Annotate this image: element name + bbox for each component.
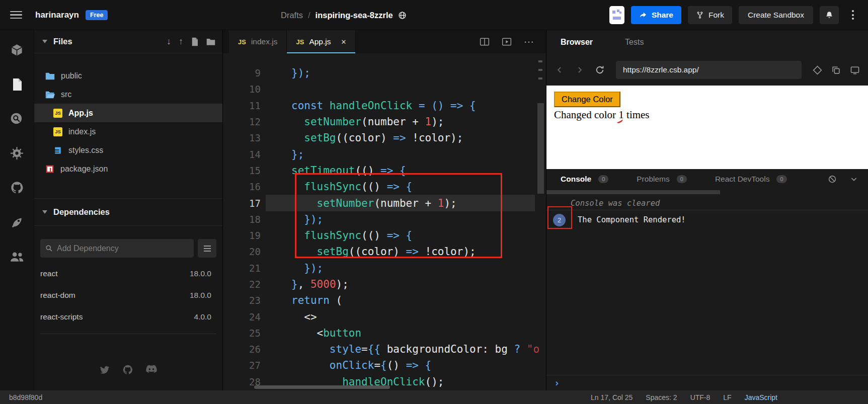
discord-icon[interactable] — [145, 364, 157, 375]
line-number[interactable]: 15 — [223, 165, 261, 176]
split-view-icon[interactable] — [480, 37, 490, 46]
file-tree-item[interactable]: JSApp.js — [34, 104, 222, 122]
file-tree-item[interactable]: src — [34, 85, 222, 104]
code-line[interactable]: 18 }); — [223, 211, 546, 227]
code-line[interactable]: 23return ( — [223, 292, 546, 308]
console-scrollbar[interactable] — [546, 190, 720, 194]
code-line[interactable]: 24 <> — [223, 308, 546, 325]
open-preview-icon[interactable] — [502, 37, 512, 46]
code-line[interactable]: 25 <button — [223, 325, 546, 341]
sandbox-cube-icon[interactable] — [10, 43, 24, 57]
status-item[interactable]: UTF-8 — [690, 393, 711, 401]
console-tab-problems[interactable]: Problems0 — [637, 175, 687, 184]
refresh-icon[interactable] — [592, 62, 608, 78]
github-icon[interactable] — [10, 181, 24, 195]
dependency-row[interactable]: react18.0.0 — [34, 263, 222, 284]
copy-url-icon[interactable] — [831, 65, 841, 75]
console-input-row[interactable]: › — [546, 375, 868, 390]
code-line[interactable]: 10 — [223, 81, 546, 97]
new-file-icon[interactable] — [191, 37, 199, 46]
import-download-icon[interactable]: ↓ — [167, 36, 171, 47]
username[interactable]: harinarayn — [35, 10, 79, 20]
line-number[interactable]: 11 — [223, 100, 261, 111]
save-icon[interactable] — [609, 6, 624, 24]
github-icon[interactable] — [122, 364, 133, 375]
url-input[interactable] — [623, 65, 795, 74]
deployment-rocket-icon[interactable] — [10, 215, 24, 229]
console-tab-react-devtools[interactable]: React DevTools0 — [715, 175, 787, 184]
file-tree-item[interactable]: package.json — [34, 159, 222, 178]
status-item[interactable]: Ln 17, Col 25 — [591, 393, 633, 401]
twitter-icon[interactable] — [99, 364, 110, 375]
code-line[interactable]: 16 flushSync(() => { — [223, 179, 546, 195]
line-number[interactable]: 17 — [223, 198, 261, 209]
open-new-window-icon[interactable] — [850, 65, 860, 75]
code-line[interactable]: 15setTimeout(() => { — [223, 163, 546, 179]
code-line[interactable]: 11const handleOnClick = () => { — [223, 98, 546, 114]
editor-tab-index.js[interactable]: JSindex.js — [229, 30, 287, 53]
line-number[interactable]: 26 — [223, 344, 261, 355]
add-dependency-field[interactable] — [40, 239, 194, 258]
editor-more-icon[interactable]: ⋯ — [524, 37, 534, 47]
responsive-mode-icon[interactable] — [813, 65, 822, 75]
console-tab-console[interactable]: Console0 — [561, 175, 608, 184]
share-button[interactable]: Share — [631, 6, 681, 24]
notifications-bell-icon[interactable] — [820, 6, 839, 24]
files-header[interactable]: Files ↓ ↑ — [34, 30, 222, 53]
file-tree-item[interactable]: JSindex.js — [34, 122, 222, 141]
close-icon[interactable]: ✕ — [341, 38, 346, 46]
team-users-icon[interactable] — [10, 250, 25, 263]
code-line[interactable]: 22}, 5000); — [223, 276, 546, 292]
line-number[interactable]: 21 — [223, 263, 261, 274]
create-sandbox-button[interactable]: Create Sandbox — [739, 6, 813, 24]
status-item[interactable]: JavaScript — [745, 393, 777, 401]
line-number[interactable]: 12 — [223, 116, 261, 127]
scrollbar-thumb[interactable] — [537, 103, 544, 194]
add-dependency-input[interactable] — [57, 244, 194, 253]
line-number[interactable]: 10 — [223, 84, 261, 95]
line-number[interactable]: 22 — [223, 279, 261, 290]
editor-tab-App.js[interactable]: JSApp.js✕ — [287, 30, 356, 53]
line-number[interactable]: 9 — [223, 67, 261, 78]
code-line[interactable]: 9}); — [223, 65, 546, 81]
new-folder-icon[interactable] — [206, 38, 215, 46]
status-item[interactable]: Spaces: 2 — [646, 393, 677, 401]
line-number[interactable]: 14 — [223, 149, 261, 160]
dependency-row[interactable]: react-scripts4.0.0 — [34, 306, 222, 328]
collapse-chevron-icon[interactable] — [42, 210, 47, 214]
dependency-menu-icon[interactable] — [198, 239, 216, 258]
line-number[interactable]: 18 — [223, 214, 261, 225]
code-line[interactable]: 19 flushSync(() => { — [223, 227, 546, 244]
url-bar[interactable] — [616, 61, 802, 79]
line-number[interactable]: 20 — [223, 246, 261, 257]
code-line[interactable]: 26 style={{ backgroundColor: bg ? "o — [223, 341, 546, 357]
preview-tab-tests[interactable]: Tests — [625, 38, 644, 47]
collapse-chevron-icon[interactable] — [42, 40, 47, 43]
sandbox-title[interactable]: inspiring-sea-8zzrle — [315, 11, 393, 20]
forward-icon[interactable] — [572, 62, 588, 78]
code-line[interactable]: 12 setNumber(number + 1); — [223, 114, 546, 130]
line-number[interactable]: 16 — [223, 181, 261, 192]
code-area[interactable]: 9});1011const handleOnClick = () => {12 … — [223, 53, 546, 390]
vertical-scrollbar[interactable] — [537, 53, 544, 390]
code-line[interactable]: 21 }); — [223, 260, 546, 276]
code-line[interactable]: 27 onClick={() => { — [223, 357, 546, 373]
line-number[interactable]: 24 — [223, 311, 261, 322]
line-number[interactable]: 25 — [223, 328, 261, 339]
change-color-button[interactable]: Change Color — [554, 92, 620, 107]
status-item[interactable]: LF — [723, 393, 731, 401]
fork-button[interactable]: Fork — [688, 6, 732, 24]
preview-tab-browser[interactable]: Browser — [561, 38, 593, 47]
clear-console-icon[interactable] — [828, 175, 837, 184]
code-line[interactable]: 20 setBg((color) => !color); — [223, 244, 546, 260]
file-tree-item[interactable]: styles.css — [34, 141, 222, 159]
file-tree-item[interactable]: public — [34, 66, 222, 85]
dependencies-header[interactable]: Dependencies — [34, 198, 222, 226]
back-icon[interactable] — [551, 62, 568, 78]
more-options-icon[interactable] — [845, 6, 860, 24]
search-icon[interactable] — [10, 112, 24, 126]
upload-icon[interactable]: ↑ — [179, 36, 183, 47]
code-line[interactable]: 14}; — [223, 146, 546, 162]
dependency-row[interactable]: react-dom18.0.0 — [34, 284, 222, 306]
settings-gear-icon[interactable] — [10, 146, 24, 160]
